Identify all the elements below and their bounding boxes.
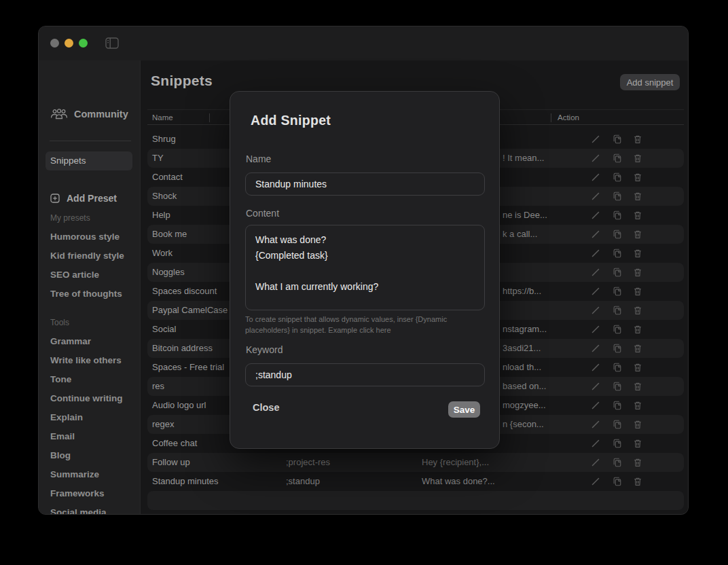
row-name: Paypal CamelCase [152, 301, 228, 320]
trash-icon[interactable] [633, 249, 642, 258]
copy-icon[interactable] [613, 249, 622, 258]
sidebar-item[interactable]: Frameworks [39, 484, 141, 503]
row-content: k a call... [503, 225, 537, 244]
name-label: Name [246, 153, 271, 164]
copy-icon[interactable] [613, 230, 622, 239]
copy-icon[interactable] [613, 268, 622, 277]
copy-icon[interactable] [613, 211, 622, 220]
trash-icon[interactable] [633, 477, 642, 486]
copy-icon[interactable] [613, 477, 622, 486]
traffic-light-minimize-icon[interactable] [65, 39, 73, 48]
trash-icon[interactable] [633, 192, 642, 201]
pencil-icon[interactable] [591, 134, 600, 144]
add-snippet-button[interactable]: Add snippet [620, 74, 680, 90]
sidebar-section-label: My presets [39, 208, 141, 227]
trash-icon[interactable] [633, 230, 642, 239]
trash-icon[interactable] [633, 344, 642, 353]
pencil-icon[interactable] [591, 268, 600, 277]
pencil-icon[interactable] [591, 477, 600, 486]
copy-icon[interactable] [613, 363, 622, 372]
pencil-icon[interactable] [591, 401, 600, 410]
pencil-icon[interactable] [591, 420, 600, 429]
pencil-icon[interactable] [591, 458, 600, 467]
trash-icon[interactable] [633, 172, 642, 182]
row-content: 3asdi21... [503, 339, 541, 358]
row-content: n {secon... [503, 415, 544, 434]
trash-icon[interactable] [633, 363, 642, 372]
copy-icon[interactable] [613, 287, 622, 296]
empty-row [147, 491, 684, 510]
trash-icon[interactable] [633, 401, 642, 410]
copy-icon[interactable] [613, 172, 622, 182]
row-content: Hey {recipient},... [422, 453, 489, 472]
sidebar-item[interactable]: Tone [39, 370, 141, 389]
sidebar-item[interactable]: Tree of thoughts [39, 285, 141, 304]
pencil-icon[interactable] [591, 153, 600, 163]
copy-icon[interactable] [613, 134, 622, 144]
copy-icon[interactable] [613, 401, 622, 410]
column-header-action: Action [558, 110, 579, 125]
trash-icon[interactable] [633, 211, 642, 220]
add-preset-button[interactable]: Add Preset [50, 189, 135, 207]
trash-icon[interactable] [633, 325, 642, 334]
trash-icon[interactable] [633, 153, 642, 163]
sidebar-toggle-icon[interactable] [105, 37, 119, 49]
trash-icon[interactable] [633, 134, 642, 144]
pencil-icon[interactable] [591, 363, 600, 372]
pencil-icon[interactable] [591, 230, 600, 239]
pencil-icon[interactable] [591, 192, 600, 201]
row-name: Shrug [152, 130, 176, 149]
sidebar-item[interactable]: Email [39, 427, 141, 446]
pencil-icon[interactable] [591, 211, 600, 220]
sidebar-item[interactable]: Explain [39, 408, 141, 427]
sidebar-item[interactable]: Blog [39, 446, 141, 465]
copy-icon[interactable] [613, 439, 622, 448]
pencil-icon[interactable] [591, 439, 600, 448]
copy-icon[interactable] [613, 325, 622, 334]
pencil-icon[interactable] [591, 306, 600, 315]
pencil-icon[interactable] [591, 344, 600, 353]
copy-icon[interactable] [613, 306, 622, 315]
traffic-light-close-icon[interactable] [50, 39, 59, 48]
trash-icon[interactable] [633, 382, 642, 391]
sidebar-item[interactable]: Kid friendly style [39, 247, 141, 266]
close-button[interactable]: Close [253, 402, 280, 413]
community-label: Community [74, 109, 128, 120]
pencil-icon[interactable] [591, 172, 600, 182]
trash-icon[interactable] [633, 287, 642, 296]
pencil-icon[interactable] [591, 325, 600, 334]
sidebar-item[interactable]: Grammar [39, 332, 141, 351]
sidebar-item[interactable]: Social media [39, 503, 141, 515]
trash-icon[interactable] [633, 420, 642, 429]
sidebar-item[interactable]: Continue writing [39, 389, 141, 408]
copy-icon[interactable] [613, 458, 622, 467]
sidebar-item[interactable]: Summarize [39, 465, 141, 484]
copy-icon[interactable] [613, 153, 622, 163]
sidebar-item-community[interactable]: Community [50, 105, 139, 123]
pencil-icon[interactable] [591, 382, 600, 391]
add-snippet-modal: Add Snippet Name Content What was done? … [230, 91, 500, 449]
sidebar-item[interactable]: Humorous style [39, 227, 141, 247]
row-name: Coffee chat [152, 434, 197, 453]
row-keyword: ;project-res [286, 453, 330, 472]
trash-icon[interactable] [633, 439, 642, 448]
copy-icon[interactable] [613, 382, 622, 391]
sidebar-item[interactable]: Write like others [39, 351, 141, 370]
copy-icon[interactable] [613, 420, 622, 429]
copy-icon[interactable] [613, 344, 622, 353]
sidebar-item-snippets[interactable]: Snippets [46, 151, 132, 170]
pencil-icon[interactable] [591, 287, 600, 296]
pencil-icon[interactable] [591, 249, 600, 258]
trash-icon[interactable] [633, 306, 642, 315]
trash-icon[interactable] [633, 458, 642, 467]
sidebar-divider [50, 141, 131, 141]
keyword-input[interactable] [245, 363, 485, 386]
save-button[interactable]: Save [448, 401, 480, 418]
traffic-light-zoom-icon[interactable] [79, 39, 88, 48]
trash-icon[interactable] [633, 268, 642, 277]
copy-icon[interactable] [613, 192, 622, 201]
row-content: mogzyee... [503, 396, 546, 415]
sidebar-item[interactable]: SEO article [39, 266, 141, 285]
name-input[interactable] [245, 172, 485, 196]
content-textarea[interactable]: What was done? {Completed task} What I a… [245, 225, 485, 310]
